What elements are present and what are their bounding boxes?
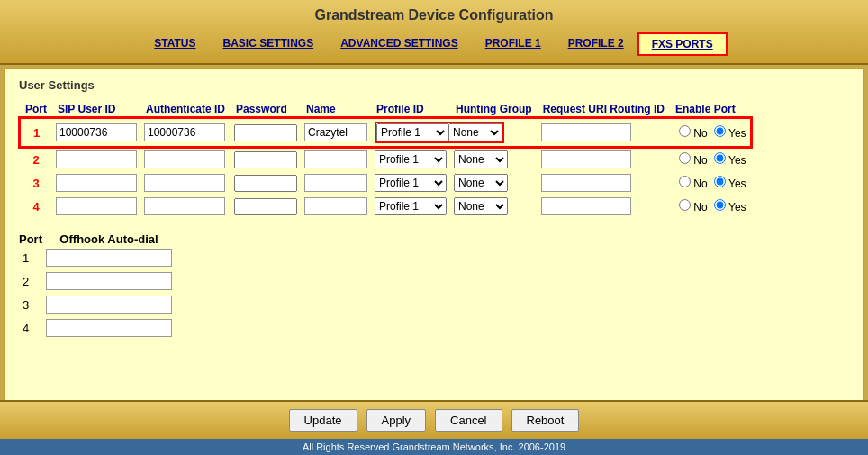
enable-yes-2[interactable] — [714, 152, 726, 164]
user-settings-title: User Settings — [19, 78, 849, 92]
enable-no-3[interactable] — [679, 176, 691, 187]
offhook-port-4: 4 — [19, 316, 42, 340]
apply-button[interactable]: Apply — [366, 409, 427, 432]
enable-yes-1[interactable] — [714, 125, 726, 137]
offhook-autodial-2[interactable] — [46, 272, 172, 290]
bottom-bar: All Rights Reserved Grandstream Networks… — [0, 439, 868, 455]
auth-id-1[interactable] — [144, 123, 225, 141]
enable-no-4[interactable] — [679, 199, 691, 211]
name-4[interactable] — [304, 197, 367, 215]
col-sip-user-id: SIP User ID — [52, 101, 140, 118]
hunting-select-1[interactable]: None1234 — [448, 123, 502, 141]
offhook-port-2: 2 — [19, 269, 42, 293]
table-row: 3Profile 1Profile 2Profile 3None1234 No … — [20, 171, 751, 195]
user-settings-table: Port SIP User ID Authenticate ID Passwor… — [19, 101, 752, 218]
enable-no-1[interactable] — [679, 125, 691, 137]
copyright-text: All Rights Reserved Grandstream Networks… — [303, 441, 565, 452]
hunting-select-4[interactable]: None1234 — [454, 197, 508, 215]
sip-user-id-2[interactable] — [56, 150, 137, 168]
col-hunting-group: Hunting Group — [450, 101, 538, 118]
enable-yes-3[interactable] — [714, 176, 726, 187]
offhook-port-3: 3 — [19, 293, 42, 316]
col-profile-id: Profile ID — [371, 101, 450, 118]
nav-basic-settings[interactable]: BASIC SETTINGS — [210, 32, 328, 56]
footer-buttons: Update Apply Cancel Reboot — [0, 400, 868, 439]
offhook-row: 3 — [19, 293, 176, 316]
name-1[interactable] — [304, 123, 367, 141]
reboot-button[interactable]: Reboot — [511, 409, 580, 432]
profile-select-3[interactable]: Profile 1Profile 2Profile 3 — [375, 174, 447, 192]
col-port: Port — [20, 101, 52, 118]
name-2[interactable] — [304, 150, 367, 168]
port-num-2: 2 — [20, 147, 52, 171]
port-num-1: 1 — [20, 118, 52, 147]
update-button[interactable]: Update — [289, 409, 357, 432]
offhook-row: 4 — [19, 316, 176, 340]
offhook-col-port: Port — [19, 232, 42, 246]
password-2[interactable] — [234, 151, 297, 168]
port-num-4: 4 — [20, 195, 52, 218]
auth-id-3[interactable] — [144, 174, 225, 192]
offhook-table: Port Offhook Auto-dial 1234 — [19, 232, 176, 340]
offhook-port-1: 1 — [19, 246, 42, 269]
app-title: Grandstream Device Configuration — [0, 7, 868, 23]
routing-id-3[interactable] — [541, 174, 631, 192]
col-name: Name — [301, 101, 371, 118]
port-num-3: 3 — [20, 171, 52, 195]
auth-id-4[interactable] — [144, 197, 225, 215]
hunting-select-3[interactable]: None1234 — [454, 174, 508, 192]
sip-user-id-3[interactable] — [56, 174, 137, 192]
offhook-row: 1 — [19, 246, 176, 269]
sip-user-id-4[interactable] — [56, 197, 137, 215]
profile-select-4[interactable]: Profile 1Profile 2Profile 3 — [375, 197, 447, 215]
routing-id-4[interactable] — [541, 197, 631, 215]
cancel-button[interactable]: Cancel — [435, 409, 502, 432]
main-content: User Settings Port SIP User ID Authentic… — [4, 68, 864, 400]
offhook-col-autodial: Offhook Auto-dial — [42, 232, 176, 246]
offhook-section: Port Offhook Auto-dial 1234 — [19, 232, 849, 340]
nav-status[interactable]: STATUS — [140, 32, 209, 56]
offhook-row: 2 — [19, 269, 176, 293]
password-1[interactable] — [234, 124, 297, 141]
header: Grandstream Device Configuration STATUS … — [0, 0, 868, 65]
name-3[interactable] — [304, 174, 367, 192]
col-enable-port: Enable Port — [670, 101, 751, 118]
col-auth-id: Authenticate ID — [140, 101, 231, 118]
routing-id-2[interactable] — [541, 150, 631, 168]
enable-yes-4[interactable] — [714, 199, 726, 211]
password-3[interactable] — [234, 175, 297, 192]
hunting-select-2[interactable]: None1234 — [454, 150, 508, 168]
col-routing-id: Request URI Routing ID — [538, 101, 670, 118]
enable-no-2[interactable] — [679, 152, 691, 164]
routing-id-1[interactable] — [541, 123, 631, 141]
nav-profile2[interactable]: PROFILE 2 — [555, 32, 637, 56]
offhook-autodial-3[interactable] — [46, 296, 172, 314]
profile-select-2[interactable]: Profile 1Profile 2Profile 3 — [375, 150, 447, 168]
col-password: Password — [231, 101, 301, 118]
nav-advanced-settings[interactable]: ADVANCED SETTINGS — [327, 32, 471, 56]
offhook-autodial-4[interactable] — [46, 319, 172, 337]
nav-fxs-ports[interactable]: FXS PORTS — [637, 32, 728, 56]
nav-bar: STATUS BASIC SETTINGS ADVANCED SETTINGS … — [0, 29, 868, 59]
profile-select-1[interactable]: Profile 1Profile 2Profile 3 — [376, 123, 448, 141]
table-row: 1Profile 1Profile 2Profile 3None1234 No … — [20, 118, 751, 147]
sip-user-id-1[interactable] — [56, 123, 137, 141]
nav-profile1[interactable]: PROFILE 1 — [472, 32, 555, 56]
password-4[interactable] — [234, 198, 297, 215]
table-row: 4Profile 1Profile 2Profile 3None1234 No … — [20, 195, 751, 218]
table-row: 2Profile 1Profile 2Profile 3None1234 No … — [20, 147, 751, 171]
auth-id-2[interactable] — [144, 150, 225, 168]
offhook-autodial-1[interactable] — [46, 249, 172, 267]
